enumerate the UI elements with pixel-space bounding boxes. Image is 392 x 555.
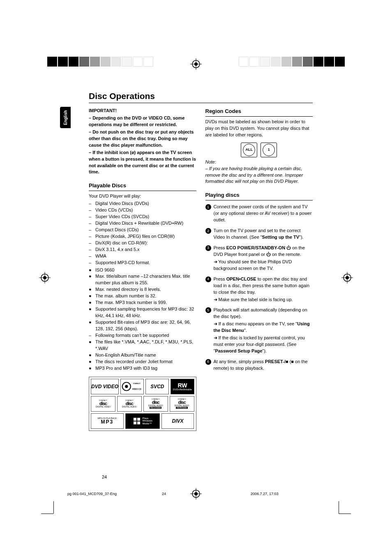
important-p3: – If the inhibit icon (ø) appears on the…: [89, 150, 196, 176]
cd-recordable-logo: COMPACTdiscDIGITAL AUDIORecordable: [143, 396, 168, 412]
list-item: ●ISO 9660: [89, 267, 196, 274]
svg-rect-22: [134, 421, 136, 424]
step-text: Playback will start automatically (depen…: [214, 307, 313, 320]
region-intro: DVDs must be labeled as shown below in o…: [205, 119, 313, 138]
step-body: Connect the power cords of the system an…: [214, 204, 313, 224]
list-item: ●Supported sampling frequencies for MP3 …: [89, 306, 196, 319]
cd-rewritable-logo: COMPACTdiscDIGITAL AUDIOReWritable: [170, 396, 194, 412]
step-number-icon: 3: [205, 245, 211, 251]
list-item: ●Max. title/album name –12 characters Ma…: [89, 273, 196, 286]
step-5: 5Playback will start automatically (depe…: [205, 307, 313, 355]
step-4: 4Press OPEN•CLOSE to open the disc tray …: [205, 276, 313, 304]
step-result: If the disc is locked by parental contro…: [214, 335, 313, 355]
region-note-body: – If you are having trouble playing a ce…: [205, 166, 313, 185]
step-text: At any time, simply press PRESET-/■ (■ o…: [214, 359, 313, 372]
list-item: ●The discs recorded under Joliet format: [89, 359, 196, 365]
windows-media-logo: PlaysWindowsMedia™: [125, 413, 160, 429]
list-item: –Video CDs (VCDs): [89, 207, 196, 214]
right-column: Region Codes DVDs must be labeled as sho…: [205, 108, 313, 431]
step-text: Press OPEN•CLOSE to open the disc tray a…: [214, 276, 313, 296]
step-number-icon: 6: [205, 359, 211, 365]
svg-point-17: [125, 385, 128, 388]
list-item: ●The max. album number is 32.: [89, 293, 196, 299]
important-heading: IMPORTANT!: [89, 108, 196, 114]
step-body: Playback will start automatically (depen…: [214, 307, 313, 355]
svg-text:COMPACT: COMPACT: [133, 383, 141, 385]
registration-mark-icon: [39, 272, 51, 283]
registration-mark-icon: [190, 58, 202, 70]
step-number-icon: 1: [205, 204, 211, 210]
registration-mark-icon: [341, 272, 353, 283]
list-item: ●Max. nested directory is 8 levels.: [89, 286, 196, 293]
playing-heading: Playing discs: [205, 191, 313, 200]
region-icons: ALL 1: [205, 143, 313, 157]
region-heading: Region Codes: [205, 108, 313, 117]
svg-text:VIDEO CD: VIDEO CD: [132, 388, 142, 390]
page-title: Disc Operations: [89, 91, 155, 101]
mp3-logo: MP3-CD PLAYBACKMP3: [91, 413, 124, 429]
title-rule: [89, 103, 313, 103]
svg-rect-23: [137, 421, 140, 424]
playable-heading: Playable Discs: [89, 182, 196, 191]
step-text: Press ECO POWER/STANDBY-ON ⏻ on the DVD …: [214, 245, 313, 258]
step-number-icon: 2: [205, 228, 211, 234]
list-item: –Following formats can't be supported: [89, 332, 196, 339]
divx-logo: DIVX: [161, 413, 194, 429]
list-item: –Compact Discs (CDs): [89, 227, 196, 233]
svg-rect-20: [134, 418, 136, 421]
list-item: –Digital Video Discs + Rewritable (DVD+R…: [89, 220, 196, 227]
step-3: 3Press ECO POWER/STANDBY-ON ⏻ on the DVD…: [205, 245, 313, 273]
important-block: IMPORTANT! – Depending on the DVD or VID…: [89, 108, 196, 175]
svg-rect-21: [137, 418, 140, 421]
list-item: ●Supported Bit-rates of MP3 disc are: 32…: [89, 319, 196, 332]
list-item: –Super Video CDs (SVCDs): [89, 214, 196, 220]
step-number-icon: 5: [205, 307, 211, 313]
important-p2: – Do not push on the disc tray or put an…: [89, 129, 196, 149]
playable-list-dash: –Digital Video Discs (DVDs)–Video CDs (V…: [89, 200, 196, 266]
content-area: IMPORTANT! – Depending on the DVD or VID…: [89, 108, 313, 431]
crop-gradient-left: [47, 57, 153, 67]
list-item: ●MP3 Pro and MP3 with ID3 tag: [89, 365, 196, 372]
logo-row-3: MP3-CD PLAYBACKMP3 PlaysWindowsMedia™ DI…: [91, 413, 194, 429]
step-text: Turn on the TV power and set to the corr…: [214, 228, 313, 241]
step-result: Make sure the label side is facing up.: [214, 297, 313, 303]
step-body: Press ECO POWER/STANDBY-ON ⏻ on the DVD …: [214, 245, 313, 273]
language-tab: English: [60, 107, 71, 128]
region-1-icon: 1: [261, 143, 277, 157]
step-body: At any time, simply press PRESET-/■ (■ o…: [214, 359, 313, 373]
list-item: –Supported MP3-CD format.: [89, 260, 196, 266]
crop-marks-bottom: [0, 493, 392, 514]
step-2: 2Turn on the TV power and set to the cor…: [205, 228, 313, 242]
playing-steps: 1Connect the power cords of the system a…: [205, 204, 313, 373]
list-item: –WMA: [89, 253, 196, 260]
logo-row-2: COMPACTdiscDIGITAL VIDEO COMPACTdiscDIGI…: [91, 396, 194, 412]
step-6: 6At any time, simply press PRESET-/■ (■ …: [205, 359, 313, 373]
playable-list-bullet: ●ISO 9660●Max. title/album name –12 char…: [89, 267, 196, 372]
step-body: Press OPEN•CLOSE to open the disc tray a…: [214, 276, 313, 304]
left-column: IMPORTANT! – Depending on the DVD or VID…: [89, 108, 196, 431]
list-item: –Digital Video Discs (DVDs): [89, 200, 196, 207]
step-1: 1Connect the power cords of the system a…: [205, 204, 313, 224]
step-result: If a disc menu appears on the TV, see "U…: [214, 321, 313, 334]
list-item: –DivX 3.11, 4.x and 5.x: [89, 246, 196, 253]
list-item: –Picture (Kodak, JPEG) files on CDR(W): [89, 233, 196, 240]
dvd-rw-logo: RWDVD+ReWritable: [171, 379, 194, 394]
playable-intro: Your DVD Player will play:: [89, 193, 196, 200]
region-note-heading: Note:: [205, 159, 313, 166]
page-number: 24: [102, 474, 107, 479]
step-result: You should see the blue Philips DVD back…: [214, 259, 313, 272]
list-item: ●The max. MP3 track number is 999.: [89, 299, 196, 306]
format-logos: DVD VIDEO COMPACTVIDEO CD SVCD RWDVD+ReW…: [89, 377, 196, 431]
step-number-icon: 4: [205, 276, 211, 282]
dvd-video-logo: DVD VIDEO: [91, 379, 119, 394]
region-all-icon: ALL: [241, 143, 257, 157]
step-body: Turn on the TV power and set to the corr…: [214, 228, 313, 242]
important-p1: – Depending on the DVD or VIDEO CD, some…: [89, 115, 196, 128]
crop-gradient-right: [239, 57, 345, 67]
cd-digital-video-logo: COMPACTdiscDIGITAL VIDEO: [91, 396, 115, 412]
list-item: ●Non-English Album/Title name: [89, 352, 196, 359]
step-text: Connect the power cords of the system an…: [214, 204, 313, 223]
list-item: –DivX(R) disc on CD-R(W):: [89, 240, 196, 246]
logo-row-1: DVD VIDEO COMPACTVIDEO CD SVCD RWDVD+ReW…: [91, 379, 194, 394]
cd-digital-audio-logo: COMPACTdiscDIGITAL AUDIO: [117, 396, 142, 412]
